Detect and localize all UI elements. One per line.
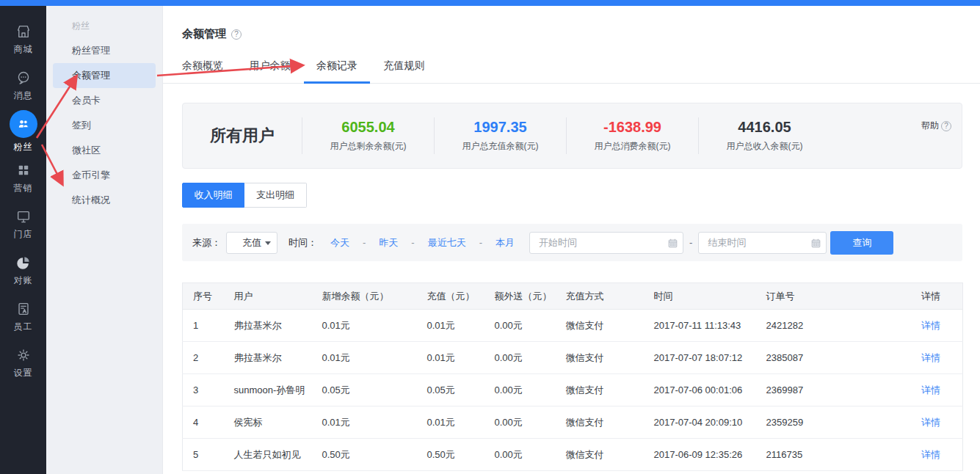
cell-time: 2017-07-04 20:09:10: [644, 406, 756, 439]
cell-no: 5: [183, 439, 224, 471]
cell-recharge: 0.01元: [417, 406, 484, 439]
detail-link[interactable]: 详情: [921, 320, 940, 331]
chevron-down-icon: [265, 241, 271, 245]
sidebar-item-shop[interactable]: 商城: [0, 16, 46, 62]
cell-user: 人生若只如初见: [224, 439, 312, 471]
cell-method: 微信支付: [556, 406, 644, 439]
table-row: 2 弗拉基米尔 0.01元 0.01元 0.00元 微信支付 2017-07-0…: [183, 342, 963, 374]
page-head: 余额管理: [182, 27, 242, 41]
end-date-field: [698, 232, 827, 254]
sidebar-item-label: 营销: [14, 182, 33, 194]
income-detail-button[interactable]: 收入明细: [182, 183, 244, 208]
sidebar-item-reconcile[interactable]: 对账: [0, 247, 46, 293]
staff-doc-icon: [15, 300, 32, 318]
stat-value: 4416.05: [699, 119, 830, 136]
cell-recharge: 0.50元: [417, 439, 484, 471]
quick-range-yesterday[interactable]: 昨天: [379, 236, 398, 249]
cell-extra: 0.00元: [484, 342, 556, 374]
cell-recharge: 0.01元: [417, 310, 484, 342]
range-separator: -: [363, 237, 366, 248]
detail-toggle: 收入明细 支出明细: [182, 183, 307, 208]
cell-user: 弗拉基米尔: [224, 342, 312, 374]
cell-no: 3: [183, 374, 224, 406]
cell-method: 微信支付: [556, 374, 644, 406]
col-header-order: 订单号: [756, 283, 897, 310]
start-date-input[interactable]: [529, 232, 683, 254]
settings-gear-icon: [15, 346, 32, 364]
quick-range-last7days[interactable]: 最近七天: [428, 236, 466, 249]
stat-label: 用户总剩余余额(元): [302, 140, 434, 153]
cell-order: 2421282: [756, 310, 897, 342]
col-header-method: 充值方式: [556, 283, 644, 310]
help-question-icon[interactable]: [231, 29, 242, 40]
sidebar-item-marketing[interactable]: 营销: [0, 155, 46, 201]
cell-new-balance: 0.05元: [312, 374, 417, 406]
main-content: 余额管理 余额概览 用户余额 余额记录 充值规则 所有用户 6055.04 用户…: [163, 6, 980, 474]
table-row: 5 人生若只如初见 0.50元 0.50元 0.00元 微信支付 2017-06…: [183, 439, 963, 471]
tab-balance-overview[interactable]: 余额概览: [182, 59, 223, 83]
sidebar-item-balance-management[interactable]: 余额管理: [53, 63, 156, 88]
table-row: 3 sunmoon-孙鲁明 0.05元 0.05元 0.00元 微信支付 201…: [183, 374, 963, 406]
cell-extra: 0.00元: [484, 406, 556, 439]
help-link-label: 帮助: [921, 120, 939, 132]
reconcile-pie-icon: [15, 254, 32, 271]
tab-user-balance[interactable]: 用户余额: [249, 59, 290, 83]
stat-remaining-balance: 6055.04 用户总剩余余额(元): [302, 117, 434, 154]
stat-value: 6055.04: [302, 119, 434, 136]
cell-new-balance: 0.01元: [312, 406, 417, 439]
range-separator: -: [411, 237, 414, 248]
tab-recharge-rules[interactable]: 充值规则: [383, 59, 424, 83]
source-label: 来源：: [192, 236, 221, 249]
expense-detail-button[interactable]: 支出明细: [244, 183, 307, 208]
tab-bar: 余额概览 用户余额 余额记录 充值规则: [163, 59, 980, 84]
sidebar-item-member-card[interactable]: 会员卡: [46, 88, 162, 113]
col-header-new-balance: 新增余额（元）: [312, 283, 417, 310]
stat-label: 用户总充值余额(元): [435, 140, 566, 153]
sidebar-item-label: 员工: [14, 321, 33, 333]
search-button[interactable]: 查询: [830, 231, 893, 255]
detail-link[interactable]: 详情: [921, 384, 940, 395]
marketing-grid-icon: [15, 161, 32, 179]
cell-new-balance: 0.01元: [312, 310, 417, 342]
help-link[interactable]: 帮助: [921, 120, 951, 132]
detail-link[interactable]: 详情: [921, 352, 940, 363]
cell-recharge: 0.05元: [417, 374, 484, 406]
sidebar-item-store[interactable]: 门店: [0, 201, 46, 247]
stat-value: -1638.99: [567, 119, 698, 136]
sidebar-item-check-in[interactable]: 签到: [46, 113, 162, 138]
detail-link[interactable]: 详情: [921, 449, 940, 460]
detail-link[interactable]: 详情: [921, 417, 940, 428]
col-header-no: 序号: [183, 283, 224, 310]
col-header-extra: 额外送（元）: [484, 283, 556, 310]
cell-no: 2: [183, 342, 224, 374]
quick-range-this-month[interactable]: 本月: [496, 236, 515, 249]
range-separator: -: [479, 237, 482, 248]
sidebar-item-fans-management[interactable]: 粉丝管理: [46, 38, 162, 63]
sidebar-item-label: 设置: [14, 367, 33, 379]
col-header-time: 时间: [644, 283, 756, 310]
sidebar-item-label: 门店: [14, 228, 33, 241]
cell-time: 2017-07-11 11:13:43: [644, 310, 756, 342]
page-title: 余额管理: [182, 27, 226, 41]
sidebar-item-message[interactable]: 消息: [0, 62, 46, 109]
end-date-input[interactable]: [698, 232, 827, 254]
sidebar-item-micro-community[interactable]: 微社区: [46, 138, 162, 163]
cell-new-balance: 0.01元: [312, 342, 417, 374]
primary-sidebar: 商城 消息 粉丝 营销 门店: [0, 6, 46, 474]
sidebar-item-fans[interactable]: 粉丝: [0, 109, 46, 155]
sidebar-item-statistics[interactable]: 统计概况: [46, 188, 162, 213]
fans-active-circle: [10, 110, 37, 138]
cell-order: 2369987: [756, 374, 897, 406]
sidebar-item-staff[interactable]: 员工: [0, 293, 46, 340]
quick-range-today[interactable]: 今天: [330, 236, 349, 249]
summary-card: 所有用户 6055.04 用户总剩余余额(元) 1997.35 用户总充值余额(…: [182, 103, 962, 169]
sidebar-item-coin-engine[interactable]: 金币引擎: [46, 163, 162, 188]
cell-time: 2017-07-06 00:01:06: [644, 374, 756, 406]
date-range-separator: -: [689, 237, 692, 248]
secondary-sidebar: 粉丝 粉丝管理 余额管理 会员卡 签到 微社区 金币引擎 统计概况: [46, 6, 163, 474]
col-header-user: 用户: [224, 283, 312, 310]
source-select[interactable]: 充值: [226, 232, 277, 254]
secondary-sidebar-title: 粉丝: [46, 13, 162, 38]
tab-balance-records[interactable]: 余额记录: [316, 59, 357, 83]
sidebar-item-settings[interactable]: 设置: [0, 340, 46, 386]
